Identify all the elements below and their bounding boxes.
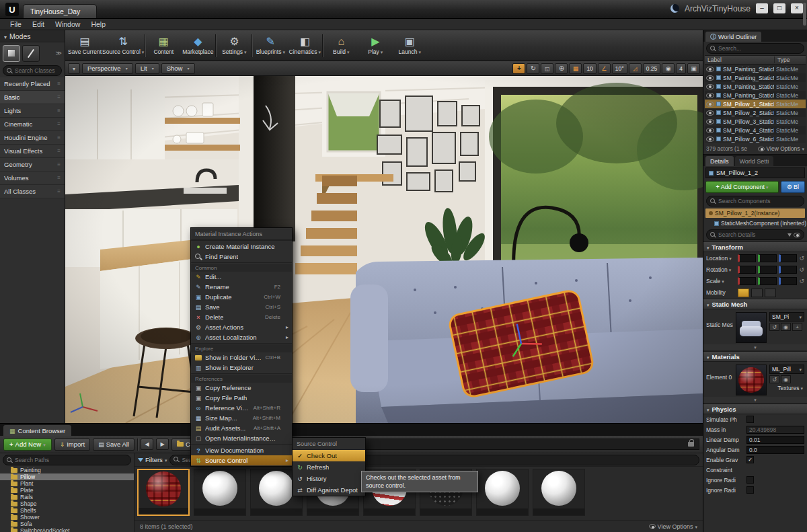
add-icon[interactable]: [792, 323, 802, 331]
visibility-eye-icon[interactable]: [706, 93, 714, 98]
toolbar-button[interactable]: Content: [147, 32, 180, 60]
context-menu-item[interactable]: Copy File Path: [191, 393, 292, 403]
physics-row[interactable]: Enable Grav: [703, 455, 807, 465]
outliner-row[interactable]: SM_Pillow_1_StaticMe StaticMe: [705, 100, 806, 108]
section-transform[interactable]: Transform: [703, 241, 807, 252]
tree-scrollbar[interactable]: [803, 3, 806, 26]
transform-row[interactable]: Scale: [703, 275, 807, 287]
visibility-eye-icon[interactable]: [706, 128, 714, 133]
toolbar-button[interactable]: Source Control: [102, 32, 144, 60]
rotation-snap-button[interactable]: [598, 63, 611, 74]
actor-name-field[interactable]: SM_Pillow_1_2: [705, 167, 805, 178]
outliner-row[interactable]: SM_Painting_StaticMe StaticMe: [705, 91, 806, 100]
lit-button[interactable]: Lit: [135, 63, 159, 74]
context-menu-item[interactable]: Rename F2: [191, 282, 292, 292]
tab-world-outliner[interactable]: World Outliner: [705, 32, 761, 42]
outliner-view-options[interactable]: View Options: [758, 145, 804, 152]
physics-row[interactable]: Mass in 20.439898: [703, 424, 807, 434]
toolbar-button[interactable]: Settings: [217, 32, 251, 60]
blueprint-button[interactable]: Bl: [781, 181, 805, 193]
mode-category[interactable]: Basic: [0, 91, 65, 104]
reset-icon[interactable]: [799, 266, 804, 273]
toolbar-button[interactable]: Cinematics: [288, 32, 321, 60]
toolbar-button[interactable]: Play: [358, 32, 392, 60]
visibility-eye-icon[interactable]: [706, 102, 714, 107]
details-search-input[interactable]: [718, 231, 785, 238]
value-field[interactable]: 0.01: [746, 436, 804, 444]
cb-view-options[interactable]: View Options: [649, 523, 697, 530]
context-menu-item[interactable]: Audit Assets... Alt+Shift+A: [191, 423, 292, 433]
outliner-column-headers[interactable]: Label Type: [705, 55, 806, 65]
minimize-button[interactable]: –: [756, 3, 768, 13]
submenu-item[interactable]: History: [293, 473, 365, 484]
visibility-eye-icon[interactable]: [706, 110, 714, 116]
back-button[interactable]: [141, 439, 153, 450]
folder-item[interactable]: Shelfs: [0, 507, 134, 514]
asset-tile[interactable]: [137, 469, 190, 516]
menu-item[interactable]: Help: [86, 20, 110, 29]
components-search-input[interactable]: [718, 198, 800, 204]
physics-row[interactable]: Linear Damp 0.01: [703, 434, 807, 445]
folder-item[interactable]: Plant: [0, 480, 134, 487]
context-menu-item[interactable]: Copy Reference: [191, 383, 292, 393]
context-menu-item[interactable]: Duplicate Ctrl+W: [191, 292, 292, 302]
folder-item[interactable]: Plate: [0, 487, 134, 494]
details-search[interactable]: [706, 229, 804, 240]
textures-toggle[interactable]: Textures: [769, 385, 804, 391]
y-value-field[interactable]: [758, 266, 776, 274]
x-value-field[interactable]: [738, 254, 756, 262]
mode-category[interactable]: Lights: [0, 104, 65, 118]
physics-row[interactable]: Ignore Radi: [703, 485, 807, 495]
outliner-row[interactable]: SM_Painting_StaticMe StaticMe: [705, 65, 806, 73]
submenu-item[interactable]: Refresh: [293, 461, 365, 473]
scale-tool-button[interactable]: [541, 63, 553, 74]
grid-snap-button[interactable]: [569, 63, 582, 74]
context-menu-item[interactable]: Save Ctrl+S: [191, 302, 292, 312]
material-dropdown[interactable]: ML_Pill: [769, 365, 804, 374]
maximize-viewport-button[interactable]: [687, 63, 700, 74]
visibility-eye-icon[interactable]: [706, 75, 714, 81]
physics-row[interactable]: Simulate Ph: [703, 414, 807, 424]
lock-icon[interactable]: [688, 442, 694, 447]
transform-row[interactable]: Rotation: [703, 264, 807, 275]
mode-category[interactable]: Volumes: [0, 172, 65, 185]
folder-item[interactable]: Shower: [0, 514, 134, 521]
modes-search[interactable]: [3, 65, 62, 76]
visibility-eye-icon[interactable]: [706, 137, 714, 142]
toolbar-button[interactable]: [252, 34, 253, 57]
eye-icon[interactable]: [794, 233, 800, 237]
visibility-eye-icon[interactable]: [706, 119, 714, 124]
checkbox[interactable]: [746, 486, 754, 494]
outliner-row[interactable]: SM_Pillow_3_StaticMe StaticMe: [705, 117, 806, 126]
outliner-search-input[interactable]: [718, 45, 800, 52]
menu-item[interactable]: Window: [50, 20, 85, 29]
components-search[interactable]: [706, 196, 804, 206]
z-value-field[interactable]: [779, 266, 797, 274]
visibility-eye-icon[interactable]: [706, 84, 714, 89]
context-menu-item[interactable]: Show in Explorer: [191, 363, 292, 373]
expand-chevron-icon[interactable]: [56, 50, 62, 56]
context-menu-item[interactable]: Find Parent: [191, 252, 292, 262]
browse-icon[interactable]: [781, 323, 791, 331]
import-button[interactable]: Import: [54, 439, 90, 451]
reset-icon[interactable]: [799, 278, 804, 284]
mode-category[interactable]: Geometry: [0, 158, 65, 172]
submenu-item[interactable]: Check Out: [293, 450, 365, 461]
section-static-mesh[interactable]: Static Mesh: [703, 299, 807, 309]
context-menu-item[interactable]: Delete Delete: [191, 312, 292, 322]
save-all-button[interactable]: Save All: [93, 439, 134, 451]
material-thumbnail[interactable]: [736, 365, 767, 395]
component-instance-row[interactable]: SM_Pillow_1_2(Instance): [705, 208, 805, 218]
context-menu-item[interactable]: Edit...: [191, 272, 292, 282]
close-button[interactable]: ×: [791, 3, 803, 13]
y-value-field[interactable]: [758, 254, 776, 262]
show-button[interactable]: Show: [161, 63, 195, 74]
rotation-snap-value[interactable]: 10°: [612, 63, 627, 74]
tab-content-browser[interactable]: Content Browser: [3, 425, 71, 436]
toolbar-button[interactable]: [215, 34, 217, 57]
viewport[interactable]: Perspective Lit Show 10: [65, 61, 703, 423]
menu-item[interactable]: Edit: [28, 20, 49, 29]
mobility-static-button[interactable]: [738, 289, 749, 297]
tab-details[interactable]: Details: [705, 156, 734, 166]
modes-header[interactable]: Modes: [0, 30, 65, 42]
